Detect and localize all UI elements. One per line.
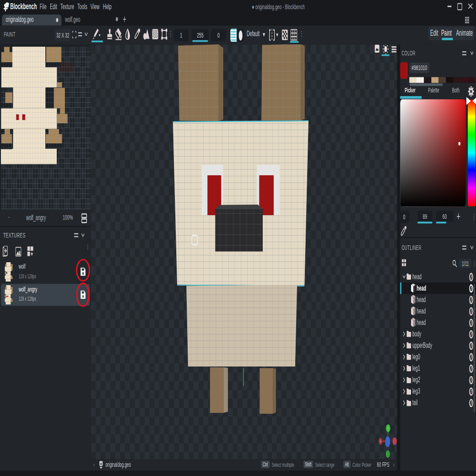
svg-text:X: X — [379, 439, 381, 444]
svg-text:Y: Y — [387, 426, 389, 430]
